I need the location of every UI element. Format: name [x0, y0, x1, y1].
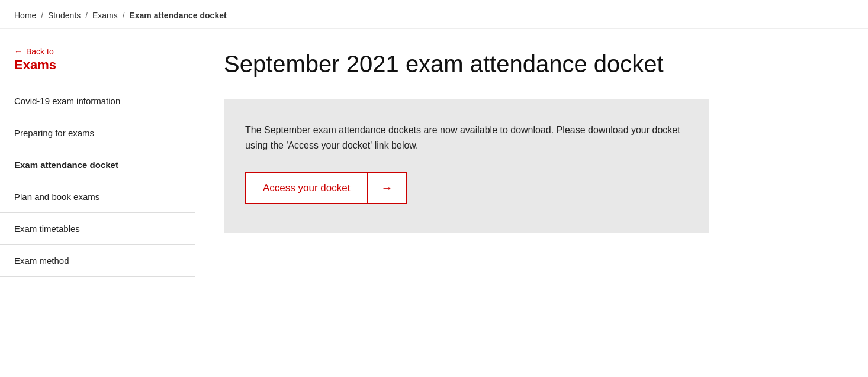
sidebar-back[interactable]: ← Back to Exams [0, 47, 195, 85]
page-title: September 2021 exam attendance docket [224, 50, 840, 78]
page-wrapper: Home / Students / Exams / Exam attendanc… [0, 0, 868, 360]
info-box: The September exam attendance dockets ar… [224, 99, 709, 233]
sidebar-nav: Covid-19 exam information Preparing for … [0, 85, 195, 277]
sidebar-item-plan[interactable]: Plan and book exams [0, 181, 195, 213]
breadcrumb-students[interactable]: Students [48, 11, 81, 20]
sidebar-item-docket[interactable]: Exam attendance docket [0, 149, 195, 181]
sidebar-item-method[interactable]: Exam method [0, 245, 195, 277]
sidebar-back-label: ← Back to [14, 47, 181, 56]
sidebar: ← Back to Exams Covid-19 exam informatio… [0, 29, 195, 360]
back-arrow-icon: ← [14, 47, 22, 56]
docket-button-arrow-icon: → [368, 173, 406, 203]
sidebar-item-preparing[interactable]: Preparing for exams [0, 117, 195, 149]
breadcrumb-sep-2: / [85, 11, 88, 20]
breadcrumb-sep-3: / [123, 11, 125, 20]
access-docket-button[interactable]: Access your docket → [245, 172, 407, 204]
breadcrumb-current: Exam attendance docket [129, 11, 226, 20]
sidebar-back-title[interactable]: Exams [14, 57, 181, 73]
breadcrumb-home[interactable]: Home [14, 11, 36, 20]
breadcrumb: Home / Students / Exams / Exam attendanc… [0, 0, 868, 29]
breadcrumb-exams[interactable]: Exams [92, 11, 118, 20]
docket-button-label: Access your docket [246, 173, 368, 203]
sidebar-item-timetables[interactable]: Exam timetables [0, 213, 195, 245]
info-box-text: The September exam attendance dockets ar… [245, 123, 688, 153]
content-area: September 2021 exam attendance docket Th… [195, 29, 868, 360]
sidebar-item-covid[interactable]: Covid-19 exam information [0, 85, 195, 117]
main-layout: ← Back to Exams Covid-19 exam informatio… [0, 29, 868, 360]
breadcrumb-sep-1: / [41, 11, 43, 20]
